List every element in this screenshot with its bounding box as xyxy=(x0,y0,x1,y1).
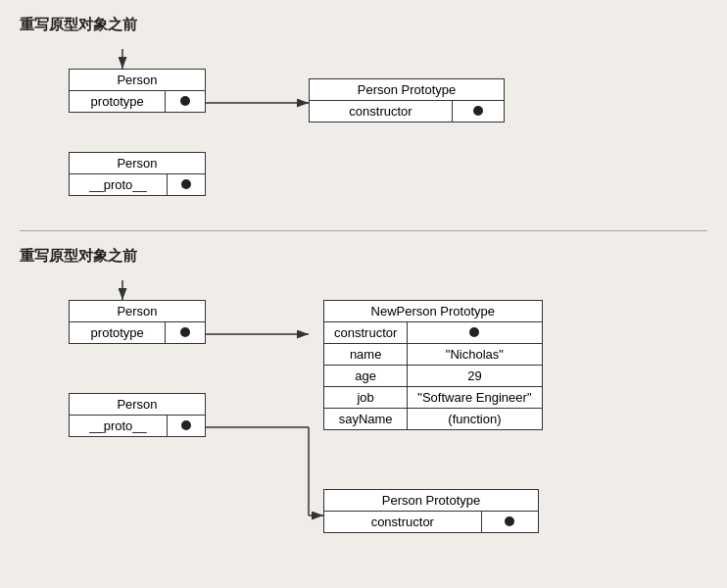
newproto-row-sayname-label: sayName xyxy=(324,409,408,430)
bottom-old-prototype-row1-label: constructor xyxy=(324,512,482,533)
section-divider xyxy=(20,230,707,231)
newproto-row-sayname-value: (function) xyxy=(408,409,542,430)
top-prototype-box-row1-label: constructor xyxy=(310,101,453,122)
top-title: 重写原型对象之前 xyxy=(20,16,707,34)
bottom-person-box2-dot xyxy=(168,416,206,437)
bottom-person-box1-dot xyxy=(166,322,206,344)
newproto-row-job-label: job xyxy=(324,387,408,409)
newproto-row-constructor-label: constructor xyxy=(324,322,408,344)
bottom-title: 重写原型对象之前 xyxy=(20,247,707,266)
bottom-newprototype-box-header: NewPerson Prototype xyxy=(324,301,543,322)
top-person-box1: Person prototype xyxy=(69,69,206,113)
bottom-person-box1: Person prototype xyxy=(69,300,206,344)
bottom-diagram: Person prototype NewPerson Prototype con… xyxy=(20,275,707,560)
top-person-box1-header: Person xyxy=(70,70,206,91)
top-prototype-box-header: Person Prototype xyxy=(310,79,505,101)
bottom-section: 重写原型对象之前 xyxy=(20,247,707,560)
top-person-box1-row1-label: prototype xyxy=(70,91,166,113)
bottom-person-box1-row1-label: prototype xyxy=(70,322,166,344)
bottom-person-box2-header: Person xyxy=(70,394,206,416)
top-person-box2-dot xyxy=(168,174,206,196)
top-person-box2-header: Person xyxy=(70,153,206,174)
newproto-row-age-value: 29 xyxy=(408,366,542,387)
top-section: 重写原型对象之前 Person prototype xyxy=(20,16,707,211)
top-prototype-box: Person Prototype constructor xyxy=(309,78,505,122)
bottom-newprototype-box: NewPerson Prototype constructor name "Ni… xyxy=(323,300,543,430)
newproto-row-constructor-dot xyxy=(408,322,542,344)
top-prototype-box-dot xyxy=(452,101,504,122)
bottom-old-prototype-box: Person Prototype constructor xyxy=(323,489,539,533)
bottom-person-box2-row1-label: __proto__ xyxy=(70,416,168,437)
top-person-box2: Person __proto__ xyxy=(69,152,206,196)
newproto-row-name-label: name xyxy=(324,344,408,366)
bottom-person-box2: Person __proto__ xyxy=(69,393,206,437)
top-person-box1-dot xyxy=(166,91,206,113)
top-diagram: Person prototype Person Prototype constr… xyxy=(20,44,707,211)
newproto-row-job-value: "Software Engineer" xyxy=(408,387,542,409)
bottom-old-prototype-box-header: Person Prototype xyxy=(324,490,539,512)
newproto-row-name-value: "Nicholas" xyxy=(408,344,542,366)
bottom-person-box1-header: Person xyxy=(70,301,206,322)
bottom-old-prototype-dot xyxy=(481,512,538,533)
top-person-box2-row1-label: __proto__ xyxy=(70,174,168,196)
newproto-row-age-label: age xyxy=(324,366,408,387)
